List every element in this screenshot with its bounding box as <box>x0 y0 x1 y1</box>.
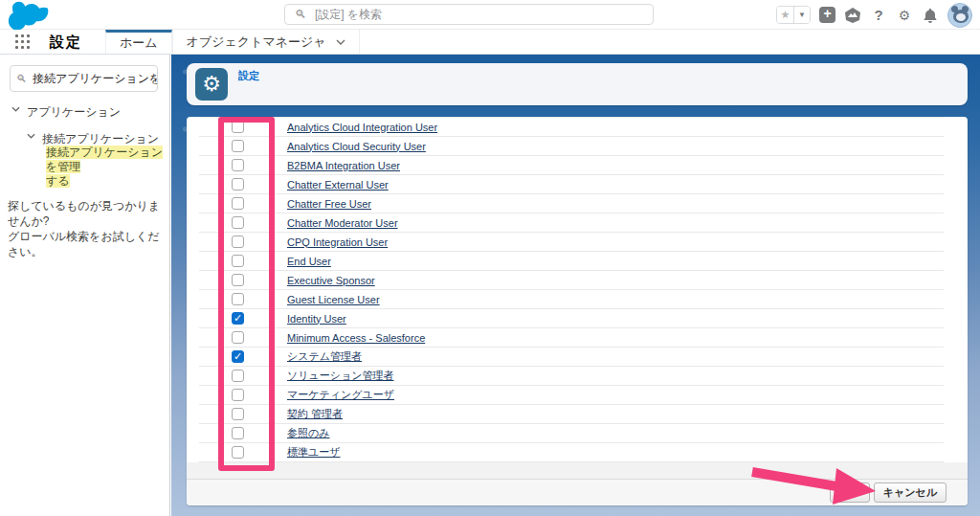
quick-find-value: 接続アプリケーションを管理 <box>33 71 158 87</box>
star-icon[interactable]: ★ <box>777 7 793 23</box>
profile-checkbox[interactable] <box>232 370 244 382</box>
tab-object-manager-label: オブジェクトマネージャ <box>187 34 326 51</box>
profile-checkbox[interactable] <box>232 446 244 459</box>
profile-link[interactable]: Minimum Access - Salesforce <box>287 332 425 344</box>
table-row: B2BMA Integration User <box>199 156 944 175</box>
sidebar-item-applications[interactable]: アプリケーション <box>11 104 121 121</box>
favorites-caret-icon[interactable]: ▼ <box>793 7 810 23</box>
profile-checkbox[interactable] <box>232 331 244 344</box>
global-search-input[interactable]: 🔍︎ [設定] を検索 <box>284 4 654 25</box>
page-header-card: ⚙ 設定 <box>187 63 968 105</box>
highlighted-label-line1: 接続アプリケーションを管理 <box>46 146 163 173</box>
global-header: 🔍︎ [設定] を検索 ★ ▼ + ? ⚙ <box>0 0 980 30</box>
profile-checkbox[interactable] <box>232 293 244 305</box>
profile-checkbox[interactable] <box>232 197 244 210</box>
profile-link[interactable]: Identity User <box>287 313 346 325</box>
profile-link[interactable]: Guest License User <box>287 294 380 305</box>
profile-link[interactable]: システム管理者 <box>287 349 362 364</box>
profile-checkbox[interactable] <box>232 408 244 420</box>
profile-link[interactable]: Executive Sponsor <box>287 275 375 286</box>
table-row: Analytics Cloud Security User <box>199 137 944 156</box>
chevron-down-icon <box>336 39 345 45</box>
profile-checkbox[interactable] <box>232 427 244 439</box>
quick-find-input[interactable]: 🔍︎ 接続アプリケーションを管理 <box>10 65 158 92</box>
help-icon[interactable]: ? <box>870 7 887 23</box>
profile-link[interactable]: マーケティングユーザ <box>287 388 394 402</box>
table-row: 標準ユーザ <box>199 443 944 462</box>
setup-sidebar: 🔍︎ 接続アプリケーションを管理 アプリケーション 接続アプリケーション 接続ア… <box>0 55 170 516</box>
setup-nav-bar: 設定 ホーム オブジェクトマネージャ <box>0 30 980 55</box>
setup-main-area: ⚙ 設定 Analytics Cloud Integration UserAna… <box>171 55 980 516</box>
profile-link[interactable]: Chatter Moderator User <box>287 217 398 229</box>
highlighted-label-line2: する <box>46 174 70 188</box>
help-line-2: グローバル検索をお試しください。 <box>8 229 167 259</box>
table-row: Minimum Access - Salesforce <box>199 328 944 348</box>
profile-link[interactable]: Analytics Cloud Integration User <box>287 122 437 133</box>
trailhead-icon[interactable] <box>844 8 861 23</box>
chevron-down-icon <box>27 133 35 139</box>
profile-link[interactable]: B2BMA Integration User <box>287 160 400 171</box>
table-row: Chatter External User <box>199 175 944 194</box>
table-row: マーケティングユーザ <box>199 386 944 405</box>
favorites-control[interactable]: ★ ▼ <box>776 6 811 24</box>
search-icon: 🔍︎ <box>295 8 306 21</box>
profile-checkbox[interactable] <box>232 236 244 248</box>
sidebar-item-manage-connected-apps[interactable]: 接続アプリケーションを管理 する <box>46 146 163 189</box>
profile-checkbox[interactable] <box>232 274 244 286</box>
profile-checkbox[interactable] <box>232 159 244 171</box>
table-row: Chatter Moderator User <box>199 213 944 233</box>
table-row: Analytics Cloud Integration User <box>199 118 944 137</box>
save-button[interactable]: 保存 <box>830 482 870 503</box>
profiles-content-card: Analytics Cloud Integration UserAnalytic… <box>187 117 968 505</box>
table-row: Identity User <box>199 309 944 328</box>
profile-link[interactable]: CPQ Integration User <box>287 236 388 248</box>
salesforce-logo <box>8 1 56 30</box>
app-launcher-icon[interactable] <box>15 34 34 51</box>
profile-link[interactable]: Analytics Cloud Security User <box>287 141 426 152</box>
app-name-label: 設定 <box>44 30 105 54</box>
search-icon: 🔍︎ <box>16 73 27 84</box>
setup-gear-icon[interactable]: ⚙ <box>896 8 913 23</box>
help-line-1: 探しているものが見つかりませんか? <box>8 198 167 229</box>
table-row: 参照のみ <box>199 424 944 443</box>
profile-link[interactable]: 契約 管理者 <box>287 407 343 421</box>
profile-checkbox[interactable] <box>232 121 244 133</box>
user-avatar[interactable] <box>947 3 972 28</box>
profile-checkbox-checked[interactable] <box>232 312 244 325</box>
profile-link[interactable]: ソリューション管理者 <box>287 369 394 383</box>
table-row: 契約 管理者 <box>199 405 944 424</box>
global-search-placeholder: [設定] を検索 <box>315 7 382 23</box>
table-row: End User <box>199 252 944 271</box>
profile-link[interactable]: 参照のみ <box>287 426 330 440</box>
profile-checkbox[interactable] <box>232 178 244 191</box>
profile-checkbox-checked[interactable] <box>232 350 244 363</box>
cancel-button[interactable]: キャンセル <box>874 482 947 503</box>
profile-link[interactable]: 標準ユーザ <box>287 445 341 460</box>
notifications-bell-icon[interactable] <box>922 8 939 23</box>
sidebar-help-text: 探しているものが見つかりませんか? グローバル検索をお試しください。 <box>8 198 167 259</box>
quick-add-icon[interactable]: + <box>819 7 835 23</box>
profile-checkbox[interactable] <box>232 140 244 152</box>
table-row: Executive Sponsor <box>199 271 944 290</box>
table-row: CPQ Integration User <box>199 233 944 252</box>
profile-link[interactable]: Chatter External User <box>287 179 389 191</box>
profile-checkbox[interactable] <box>232 389 244 401</box>
tab-home[interactable]: ホーム <box>105 30 172 54</box>
profile-checkbox[interactable] <box>232 255 244 267</box>
chevron-down-icon <box>11 106 20 112</box>
table-row: システム管理者 <box>199 348 944 367</box>
setup-gear-tile-icon: ⚙ <box>195 68 228 101</box>
table-row: Chatter Free User <box>199 194 944 213</box>
profile-link[interactable]: End User <box>287 256 331 267</box>
profiles-table: Analytics Cloud Integration UserAnalytic… <box>199 117 944 462</box>
profile-checkbox[interactable] <box>232 216 244 229</box>
tab-object-manager[interactable]: オブジェクトマネージャ <box>172 30 360 54</box>
sidebar-item-label: アプリケーション <box>27 104 121 121</box>
table-row: Guest License User <box>199 290 944 309</box>
page-title: 設定 <box>238 69 259 83</box>
profile-link[interactable]: Chatter Free User <box>287 198 371 210</box>
table-bottom-band <box>187 462 968 479</box>
footer-button-bar: 保存 キャンセル <box>187 479 968 505</box>
table-row: ソリューション管理者 <box>199 367 944 386</box>
tab-home-label: ホーム <box>120 34 158 52</box>
